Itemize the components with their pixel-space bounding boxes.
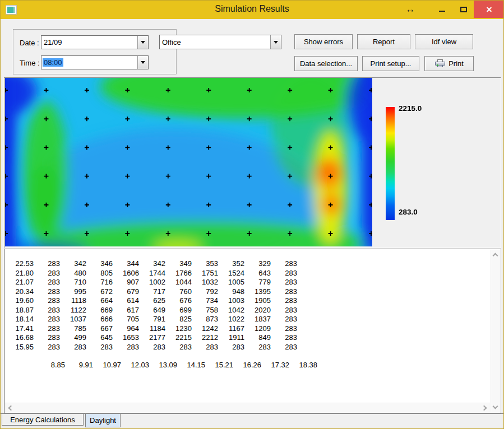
table-cell: 283	[271, 306, 297, 315]
footer-cell: 15.21	[205, 361, 233, 369]
chevron-down-icon	[141, 41, 145, 44]
chevron-down-icon	[274, 41, 278, 44]
table-cell: 2177	[139, 333, 165, 343]
simulation-results-window: Simulation Results ↔ ✕ Date : 21/09 Time…	[0, 0, 504, 429]
table-row: 22.53283342346344342349353352329283	[10, 259, 297, 269]
chevron-up-icon	[493, 253, 498, 259]
table-cell: 710	[60, 278, 86, 287]
table-cell: 1230	[165, 324, 192, 334]
table-cell: 699	[165, 306, 192, 315]
time-value: 08:00	[43, 58, 63, 67]
table-cell: 349	[165, 259, 192, 269]
resize-button[interactable]: ↔	[399, 1, 422, 18]
table-cell: 283	[271, 315, 297, 324]
footer-cell: 8.85	[37, 361, 65, 369]
table-cell: 672	[86, 287, 113, 297]
print-setup-button[interactable]: Print setup...	[362, 56, 419, 71]
scroll-down-button[interactable]	[491, 403, 500, 412]
row-label: 16.68	[10, 333, 34, 343]
table-cell: 907	[113, 278, 139, 287]
table-cell: 1751	[192, 269, 218, 278]
table-cell: 614	[113, 296, 139, 306]
minimize-button[interactable]	[431, 1, 452, 18]
table-cell: 1911	[218, 333, 244, 343]
table-cell: 283	[86, 343, 113, 352]
colorbar-min-label: 283.0	[399, 208, 418, 216]
row-label: 22.53	[10, 259, 34, 269]
date-dropdown-button[interactable]	[137, 36, 148, 49]
table-cell: 873	[192, 315, 218, 324]
scroll-up-button[interactable]	[491, 250, 500, 259]
table-cell: 791	[139, 315, 165, 324]
tab-daylight[interactable]: Daylight	[85, 414, 121, 427]
show-errors-button[interactable]: Show errors	[294, 34, 353, 49]
titlebar: Simulation Results ↔ ✕	[1, 1, 503, 19]
table-cell: 283	[165, 343, 192, 352]
table-cell: 676	[165, 296, 192, 306]
table-cell: 667	[86, 324, 113, 334]
table-cell: 283	[34, 259, 60, 269]
row-label: 21.07	[10, 278, 34, 287]
table-row: 16.6828349964516532177221522121911849283	[10, 333, 297, 343]
table-cell: 664	[86, 296, 113, 306]
maximize-button[interactable]	[454, 1, 474, 18]
table-row: 17.4128378566796411841230124211671209283	[10, 324, 297, 334]
table-cell: 342	[60, 259, 86, 269]
vertical-scrollbar[interactable]	[491, 250, 500, 412]
table-row: 18.14283103766670579182587310221837283	[10, 315, 297, 324]
table-cell: 352	[218, 259, 244, 269]
table-cell: 283	[271, 333, 297, 343]
table-cell: 283	[271, 324, 297, 334]
table-cell: 346	[86, 259, 113, 269]
table-cell: 1122	[60, 306, 86, 315]
table-cell: 669	[86, 306, 113, 315]
table-cell: 948	[218, 287, 244, 297]
scroll-right-button[interactable]	[480, 403, 490, 413]
table-cell: 2020	[244, 306, 271, 315]
horizontal-scrollbar[interactable]	[5, 403, 490, 412]
table-cell: 1209	[244, 324, 271, 334]
table-cell: 2215	[165, 333, 192, 343]
date-value: 21/09	[41, 38, 137, 46]
idf-view-button[interactable]: Idf view	[415, 34, 473, 49]
footer-cell: 13.09	[149, 361, 177, 369]
row-label: 17.41	[10, 324, 34, 334]
table-row: 19.60283111866461462567673410031905283	[10, 296, 297, 306]
footer-cell: 9.91	[65, 361, 93, 369]
table-cell: 645	[86, 333, 113, 343]
minimize-icon	[439, 11, 445, 12]
footer-cell: 14.15	[177, 361, 205, 369]
table-cell: 283	[34, 315, 60, 324]
table-cell: 1044	[165, 278, 192, 287]
report-button[interactable]: Report	[357, 34, 410, 49]
table-cell: 1002	[139, 278, 165, 287]
table-cell: 1766	[165, 269, 192, 278]
room-combobox[interactable]: Office	[159, 35, 281, 49]
table-cell: 1005	[218, 278, 244, 287]
table-cell: 1395	[244, 287, 271, 297]
table-cell: 825	[165, 315, 192, 324]
table-cell: 705	[113, 315, 139, 324]
print-button[interactable]: Print	[424, 56, 474, 71]
tab-energy-calculations[interactable]: Energy Calculations	[2, 414, 84, 426]
footer-cell: 16.26	[233, 361, 261, 369]
close-icon: ✕	[486, 5, 493, 14]
table-row: 15.95283283283283283283283283283283	[10, 343, 297, 352]
date-combobox[interactable]: 21/09	[41, 35, 149, 49]
close-button[interactable]: ✕	[474, 1, 504, 18]
table-cell: 342	[139, 259, 165, 269]
time-label: Time :	[20, 59, 40, 67]
time-dropdown-button[interactable]	[137, 56, 148, 69]
table-cell: 283	[244, 343, 271, 352]
time-combobox[interactable]: 08:00	[41, 55, 149, 69]
results-table-panel: 22.5328334234634434234935335232928321.80…	[4, 249, 501, 413]
chevron-left-icon	[8, 405, 14, 411]
data-selection-button[interactable]: Data selection...	[294, 56, 358, 71]
table-cell: 1744	[139, 269, 165, 278]
scroll-left-button[interactable]	[5, 403, 15, 413]
room-dropdown-button[interactable]	[270, 35, 281, 49]
heatmap-panel: 2215.0 283.0	[4, 77, 501, 248]
print-label: Print	[448, 59, 464, 68]
table-cell: 329	[244, 259, 271, 269]
colorbar	[386, 107, 395, 220]
